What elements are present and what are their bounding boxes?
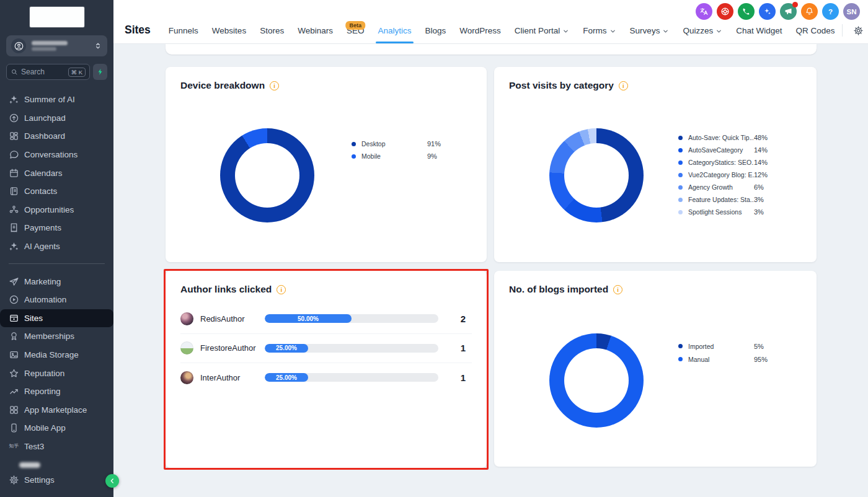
- author-links-clicked-card: Author links clicked i RedisAuthor 50.00…: [166, 271, 487, 468]
- legend-value: 12%: [754, 171, 768, 178]
- notification-dot: [792, 2, 798, 7]
- author-bar-label: 25.00%: [276, 345, 297, 351]
- legend-value: 6%: [754, 183, 764, 191]
- author-avatar: [180, 312, 193, 325]
- sidebar-item[interactable]: Launchpad: [0, 109, 113, 128]
- sidebar-item-icon: [9, 460, 19, 470]
- tab[interactable]: Analytics: [371, 26, 418, 43]
- legend-row: Vue2Category Blog: E... 12%: [678, 169, 768, 181]
- info-icon[interactable]: i: [270, 81, 279, 90]
- account-switcher[interactable]: [6, 35, 107, 56]
- tab[interactable]: Forms: [576, 26, 622, 43]
- legend-value: 5%: [754, 343, 764, 350]
- sidebar-item-icon: [9, 205, 19, 215]
- tab-label: WordPress: [459, 26, 501, 35]
- tab[interactable]: Surveys: [623, 26, 676, 43]
- author-avatar: [180, 341, 193, 354]
- sidebar-item-label: Contacts: [24, 187, 57, 196]
- tab[interactable]: Blogs: [418, 26, 453, 43]
- tab-label: Surveys: [630, 26, 660, 35]
- legend-label: Feature Updates: Sta...: [688, 196, 754, 203]
- gear-icon: [9, 475, 19, 485]
- legend-row: CategoryStatics: SEO... 14%: [678, 156, 768, 169]
- legend-value: 91%: [427, 140, 441, 147]
- tab[interactable]: Funnels: [162, 26, 205, 43]
- sidebar-item-icon: [9, 368, 19, 379]
- sidebar-item[interactable]: Memberships: [0, 327, 113, 346]
- device-breakdown-card: Device breakdown i Desktop 91% Mobile 9%: [166, 67, 487, 262]
- sidebar-item-label: Summer of AI: [24, 95, 75, 104]
- sidebar-item[interactable]: Conversations: [0, 146, 113, 164]
- legend-value: 3%: [754, 208, 764, 216]
- author-bar-track: 50.00%: [265, 314, 438, 323]
- sidebar-item[interactable]: Contacts: [0, 182, 113, 201]
- sidebar-divider: [9, 263, 105, 264]
- author-row: RedisAuthor 50.00% 2: [180, 304, 472, 334]
- post-visits-donut-chart: [549, 128, 644, 222]
- ai-quick-action-button[interactable]: [93, 64, 107, 80]
- sidebar-item-label: Media Storage: [24, 350, 79, 359]
- sidebar-item-label: Mobile App: [24, 423, 66, 433]
- tab[interactable]: Client Portal: [508, 26, 577, 43]
- sidebar-item[interactable]: 知乎 Test3: [0, 438, 113, 456]
- sidebar-item-icon: [9, 386, 19, 397]
- legend-label: Vue2Category Blog: E...: [688, 171, 754, 178]
- sidebar-item-settings[interactable]: Settings: [0, 470, 113, 489]
- tab-label: Websites: [212, 26, 246, 35]
- info-icon[interactable]: i: [619, 81, 628, 90]
- legend-value: 9%: [427, 152, 437, 160]
- sidebar-item[interactable]: AI Agents: [0, 237, 113, 256]
- sidebar-item-label: Conversations: [24, 150, 78, 159]
- sidebar-item-icon: [9, 186, 19, 196]
- sidebar-item[interactable]: Calendars: [0, 164, 113, 182]
- search-shortcut-badge: ⌘ K: [68, 68, 86, 77]
- author-name: FirestoreAuthor: [200, 343, 265, 353]
- sites-settings-gear-icon[interactable]: [853, 25, 864, 36]
- legend-dot: [678, 173, 683, 177]
- info-icon[interactable]: i: [277, 285, 286, 294]
- sidebar-item[interactable]: Media Storage: [0, 346, 113, 364]
- legend-row: Imported 5%: [678, 340, 768, 353]
- settings-label: Settings: [24, 475, 55, 485]
- sidebar-item[interactable]: Reporting: [0, 382, 113, 401]
- legend-label: Manual: [688, 356, 754, 363]
- sidebar-item[interactable]: Summer of AI: [0, 90, 113, 109]
- sidebar-item-icon: [9, 276, 19, 287]
- tab[interactable]: QR Codes: [789, 26, 841, 43]
- sidebar-item[interactable]: Mobile App: [0, 419, 113, 438]
- sidebar-item-icon: 知乎: [9, 441, 19, 452]
- author-bar-fill: 50.00%: [265, 314, 352, 323]
- sidebar-item-icon: [9, 405, 19, 415]
- vertical-divider: [842, 24, 843, 37]
- tab-label: Chat Widget: [736, 26, 782, 35]
- author-bar-track: 25.00%: [265, 373, 438, 382]
- tab-label: Client Portal: [515, 26, 560, 35]
- info-icon[interactable]: i: [613, 285, 622, 294]
- tab[interactable]: Chat Widget: [729, 26, 789, 43]
- legend-dot: [678, 148, 683, 152]
- tab[interactable]: Beta SEO: [340, 26, 371, 43]
- card-title: Author links clicked: [180, 284, 272, 295]
- tab[interactable]: Webinars: [291, 26, 340, 43]
- search-input[interactable]: Search ⌘ K: [6, 64, 90, 80]
- author-click-count: 1: [461, 343, 472, 353]
- sidebar-item[interactable]: Payments: [0, 219, 113, 237]
- tab[interactable]: Stores: [253, 26, 291, 43]
- sidebar-item[interactable]: Dashboard: [0, 127, 113, 146]
- card-title: Post visits by category: [509, 80, 614, 91]
- sidebar-item[interactable]: Marketing: [0, 272, 113, 291]
- sidebar-item[interactable]: Reputation: [0, 364, 113, 382]
- sidebar-item-icon: [9, 113, 19, 123]
- tab[interactable]: Websites: [205, 26, 253, 43]
- sidebar-collapse-button[interactable]: [105, 474, 119, 488]
- sidebar-item[interactable]: Opportunities: [0, 201, 113, 219]
- author-name: InterAuthor: [200, 373, 265, 382]
- sidebar-item-label: AI Agents: [24, 242, 60, 251]
- sidebar-item[interactable]: App Marketplace: [0, 401, 113, 420]
- sidebar-item[interactable]: Sites: [0, 309, 113, 328]
- tab[interactable]: Quizzes: [676, 26, 729, 43]
- legend-row: Spotlight Sessions 3%: [678, 206, 768, 218]
- sidebar-item[interactable]: Automation: [0, 291, 113, 309]
- tab[interactable]: WordPress: [453, 26, 508, 43]
- blogs-imported-donut-chart: [549, 333, 644, 428]
